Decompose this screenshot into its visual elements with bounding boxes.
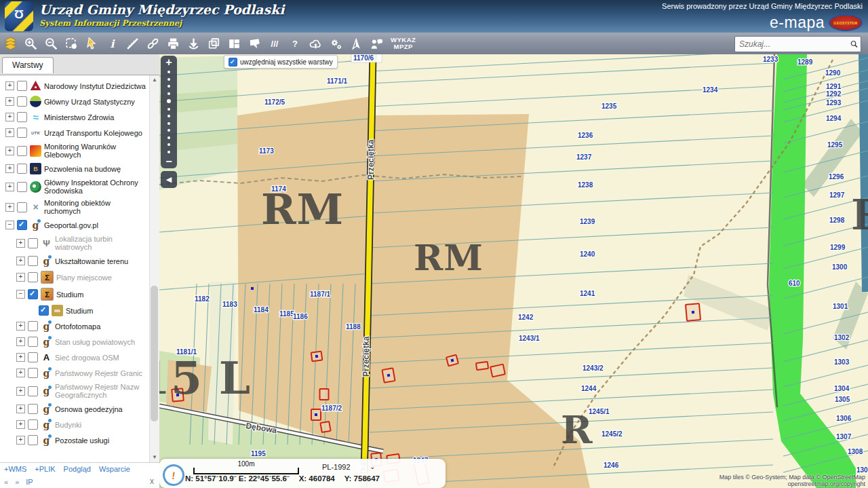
footer-link[interactable]: Podgląd [64, 465, 91, 473]
search-icon[interactable] [850, 38, 859, 50]
layer-checkbox[interactable] [28, 337, 38, 347]
layer-label[interactable]: Osnowa geodezyjna [55, 405, 123, 413]
layer-checkbox[interactable] [28, 352, 38, 362]
layer-label[interactable]: Urząd Transportu Kolejowego [44, 129, 142, 137]
sidebar-close-button[interactable]: x [150, 476, 154, 486]
download-icon[interactable] [184, 35, 202, 52]
print-icon[interactable] [164, 35, 182, 52]
tab-warstwy[interactable]: Warstwy [2, 57, 54, 73]
layer-label[interactable]: Lokalizacja turbin wiatrowych [55, 235, 150, 251]
zoom-slider[interactable] [167, 69, 171, 155]
zoom-level-dot[interactable] [167, 143, 170, 146]
layer-label[interactable]: Budynki [55, 421, 81, 429]
expander-plus-icon[interactable] [16, 322, 25, 331]
settings-icon[interactable] [327, 35, 344, 52]
expander-plus-icon[interactable] [5, 183, 14, 191]
scroll-down-icon[interactable]: ▼ [150, 453, 159, 462]
zoom-level-dot[interactable] [167, 136, 170, 139]
expander-minus-icon[interactable] [16, 290, 25, 299]
layer-checkbox[interactable] [17, 202, 27, 212]
layer-checkbox[interactable] [39, 305, 49, 316]
layer-checkbox[interactable] [28, 386, 38, 396]
scroll-up-icon[interactable]: ▲ [150, 75, 159, 85]
map-viewport[interactable]: RMRMR15 LR PrzeciętkaPrzeciętkaPrzeciętk… [159, 54, 868, 488]
expander-plus-icon[interactable] [16, 239, 25, 248]
feedback-icon[interactable] [368, 35, 385, 52]
expander-plus-icon[interactable] [5, 203, 14, 212]
chevron-down-icon[interactable]: ⌄ [370, 463, 375, 470]
layer-label[interactable]: Ortofotomapa [55, 322, 100, 331]
expander-plus-icon[interactable] [16, 257, 25, 265]
zoom-level-dot[interactable] [167, 71, 170, 73]
layer-checkbox[interactable] [28, 419, 38, 430]
measure-icon[interactable] [123, 35, 141, 52]
layer-checkbox[interactable] [17, 112, 27, 122]
expander-plus-icon[interactable] [16, 369, 25, 377]
cloud-upload-icon[interactable] [307, 35, 324, 52]
layer-label[interactable]: Monitoring Warunków Glebowych [44, 143, 146, 159]
pager-prev-icon[interactable]: « [4, 478, 8, 486]
expander-plus-icon[interactable] [16, 436, 25, 445]
zoom-level-dot[interactable] [167, 108, 170, 111]
layer-label[interactable]: Plany miejscowe [56, 274, 112, 282]
zoom-level-dot[interactable] [167, 92, 170, 95]
wykaz-mpzp-button[interactable]: WYKAZMPZP [391, 37, 416, 50]
layer-label[interactable]: Studium [66, 307, 93, 315]
layer-label[interactable]: Ministerstwo Zdrowia [44, 113, 114, 121]
expander-plus-icon[interactable] [5, 164, 14, 173]
footer-link[interactable]: +WMS [4, 465, 26, 473]
copy-view-icon[interactable] [205, 35, 222, 52]
expander-plus-icon[interactable] [16, 405, 25, 413]
zoom-level-dot[interactable] [167, 115, 170, 117]
expander-plus-icon[interactable] [16, 387, 25, 396]
expander-plus-icon[interactable] [16, 273, 25, 282]
expander-plus-icon[interactable] [16, 420, 25, 429]
panels-icon[interactable] [225, 35, 243, 52]
zoom-level-current-dot[interactable] [167, 99, 171, 103]
layer-label[interactable]: Geoportal.gov.pl [44, 221, 98, 229]
hatch-icon[interactable]: /// [266, 35, 283, 52]
zoom-level-dot[interactable] [167, 78, 170, 81]
expander-plus-icon[interactable] [5, 97, 14, 106]
layers-icon[interactable] [1, 35, 19, 52]
layer-checkbox[interactable] [28, 256, 38, 266]
attribution-line2[interactable]: openstreetmap.org/copyright [719, 481, 865, 487]
layer-checkbox[interactable] [17, 146, 27, 156]
zoom-level-dot[interactable] [167, 85, 170, 88]
zoom-out-button[interactable]: − [165, 155, 172, 168]
ip-link[interactable]: IP [26, 478, 33, 486]
layer-label[interactable]: Państwowy Rejestr Granic [55, 369, 142, 377]
layer-checkbox[interactable] [17, 81, 27, 91]
zoom-in-button[interactable]: + [165, 56, 172, 69]
footer-link[interactable]: +PLIK [35, 465, 55, 473]
scrollbar-thumb[interactable] [151, 286, 158, 421]
expander-plus-icon[interactable] [5, 128, 14, 137]
layer-checkbox[interactable] [28, 435, 38, 445]
sidebar-scrollbar[interactable]: ▲ ▼ [149, 75, 159, 462]
layer-label[interactable]: Sieć drogowa OSM [55, 354, 119, 362]
zoom-in-icon[interactable] [22, 35, 39, 52]
layer-checkbox[interactable] [17, 182, 27, 192]
link-icon[interactable] [144, 35, 161, 52]
layer-label[interactable]: Ukształtowanie terenu [55, 257, 128, 265]
expander-plus-icon[interactable] [16, 353, 25, 362]
zoom-level-dot[interactable] [167, 129, 170, 132]
layer-label[interactable]: Główny Inspektorat Ochrony Środowiska [44, 179, 146, 195]
layer-label[interactable]: Studium [56, 290, 83, 299]
footer-link[interactable]: Wsparcie [99, 465, 130, 473]
help-icon[interactable]: ? [286, 35, 304, 52]
expander-plus-icon[interactable] [5, 147, 14, 155]
layer-checkbox[interactable] [28, 321, 38, 331]
layer-label[interactable]: Pozwolenia na budowę [44, 165, 121, 173]
layer-label[interactable]: Pozostałe usługi [55, 436, 109, 445]
layer-checkbox[interactable] [17, 128, 27, 138]
layer-checkbox[interactable] [17, 96, 27, 107]
map-canvas[interactable]: RMRMR15 LR PrzeciętkaPrzeciętkaPrzeciętk… [159, 54, 868, 488]
expander-plus-icon[interactable] [5, 113, 14, 121]
layer-checkbox[interactable] [28, 404, 38, 414]
layer-checkbox[interactable] [28, 272, 38, 282]
layer-checkbox[interactable] [17, 220, 27, 230]
layer-checkbox[interactable] [28, 289, 38, 299]
layer-label[interactable]: Monitoring obiektów ruchomych [44, 199, 146, 215]
select-area-icon[interactable] [62, 35, 80, 52]
